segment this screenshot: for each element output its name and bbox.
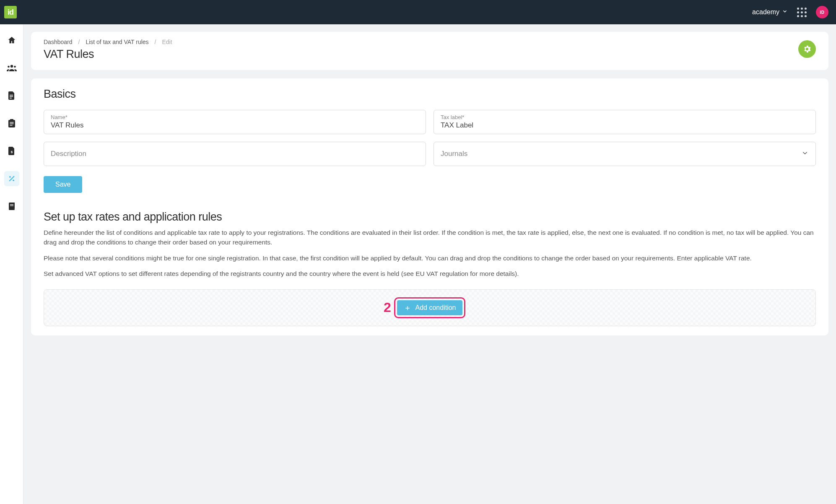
name-field[interactable]: Name* <box>44 110 426 134</box>
svg-point-2 <box>14 66 16 68</box>
callout-number: 2 <box>384 300 391 315</box>
svg-rect-4 <box>10 96 13 97</box>
rules-heading: Set up tax rates and application rules <box>44 210 816 223</box>
sidebar-item-users[interactable] <box>4 60 19 75</box>
add-condition-button[interactable]: ＋ Add condition <box>397 300 463 315</box>
breadcrumb-edit: Edit <box>162 39 172 45</box>
sidebar-item-percent[interactable] <box>4 171 19 186</box>
description-placeholder: Description <box>51 150 419 158</box>
invoice-icon: $ <box>8 147 16 155</box>
basics-heading: Basics <box>44 88 816 101</box>
breadcrumb-sep: / <box>155 39 156 45</box>
avatar[interactable]: ID <box>816 6 828 18</box>
breadcrumb-dashboard[interactable]: Dashboard <box>44 39 73 45</box>
basics-card: Basics Name* Tax label* Description <box>31 78 828 335</box>
percent-icon <box>8 175 16 182</box>
book-icon <box>8 203 16 210</box>
name-input[interactable] <box>51 121 419 130</box>
svg-point-1 <box>8 66 10 68</box>
svg-rect-7 <box>10 124 13 125</box>
rules-paragraph-1: Define hereunder the list of conditions … <box>44 228 816 247</box>
apps-grid-icon[interactable] <box>797 8 807 17</box>
document-icon <box>8 91 16 100</box>
sidebar-item-document[interactable] <box>4 88 19 103</box>
topbar: id academy ID <box>0 0 836 24</box>
plus-icon: ＋ <box>404 304 411 312</box>
basics-form: Name* Tax label* Description Journals <box>44 110 816 166</box>
gear-icon <box>802 44 812 54</box>
account-label: academy <box>752 8 779 16</box>
breadcrumb-sep: / <box>78 39 80 45</box>
brand-logo[interactable]: id <box>4 6 17 18</box>
page-title: VAT Rules <box>44 48 172 61</box>
shell: $ Dashboard / List of tax and VAT rules … <box>0 24 836 504</box>
settings-button[interactable] <box>798 40 816 58</box>
add-condition-highlight: ＋ Add condition <box>394 297 466 318</box>
svg-rect-14 <box>10 204 13 205</box>
svg-point-0 <box>10 65 13 68</box>
sidebar: $ <box>0 24 23 504</box>
svg-text:$: $ <box>10 150 13 154</box>
save-button[interactable]: Save <box>44 176 82 193</box>
breadcrumb: Dashboard / List of tax and VAT rules / … <box>44 39 172 45</box>
conditions-drop-zone: 2 ＋ Add condition <box>44 289 816 326</box>
tax-label-input[interactable] <box>441 121 809 130</box>
add-condition-label: Add condition <box>415 304 456 312</box>
description-field[interactable]: Description <box>44 142 426 166</box>
svg-rect-8 <box>10 125 12 126</box>
svg-rect-3 <box>10 95 13 96</box>
rules-paragraph-3: Set advanced VAT options to set differen… <box>44 269 816 278</box>
tax-label-field[interactable]: Tax label* <box>434 110 816 134</box>
journals-placeholder: Journals <box>441 150 809 158</box>
users-icon <box>7 64 17 72</box>
sidebar-item-invoice[interactable]: $ <box>4 143 19 158</box>
sidebar-item-home[interactable] <box>4 33 19 48</box>
home-icon <box>7 36 16 45</box>
main: Dashboard / List of tax and VAT rules / … <box>23 24 836 504</box>
svg-rect-5 <box>10 98 12 99</box>
page-header-card: Dashboard / List of tax and VAT rules / … <box>31 32 828 70</box>
svg-point-12 <box>13 179 14 181</box>
rules-paragraph-2: Please note that several conditions migh… <box>44 253 816 263</box>
svg-rect-15 <box>10 205 13 206</box>
sidebar-item-clipboard[interactable] <box>4 116 19 131</box>
chevron-down-icon <box>801 149 809 158</box>
journals-field[interactable]: Journals <box>434 142 816 166</box>
svg-rect-13 <box>9 209 15 210</box>
tax-label-label: Tax label* <box>441 114 809 120</box>
name-label: Name* <box>51 114 419 120</box>
breadcrumb-tax-rules-list[interactable]: List of tax and VAT rules <box>86 39 148 45</box>
svg-point-11 <box>9 176 11 178</box>
clipboard-icon <box>8 119 16 127</box>
page-header-left: Dashboard / List of tax and VAT rules / … <box>44 39 172 61</box>
sidebar-item-book[interactable] <box>4 199 19 214</box>
chevron-down-icon <box>782 8 788 16</box>
svg-rect-6 <box>10 122 13 123</box>
topbar-right: academy ID <box>752 6 828 18</box>
account-switcher[interactable]: academy <box>752 8 788 16</box>
